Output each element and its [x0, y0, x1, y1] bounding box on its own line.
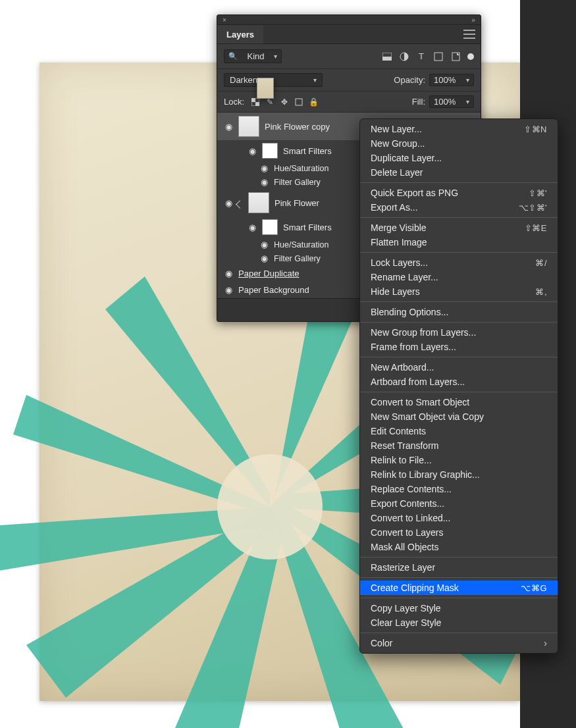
layer-name[interactable]: Pink Flower copy [265, 122, 330, 132]
filter-pixel-icon[interactable] [382, 51, 392, 62]
menu-item[interactable]: Blending Options... [360, 305, 558, 319]
menu-shortcut: ⌘, [535, 287, 547, 297]
layer-name[interactable]: Pink Flower [275, 198, 319, 208]
chevron-down-icon: ▾ [313, 76, 317, 84]
fill-field[interactable]: 100% ▾ [429, 95, 474, 108]
lock-all-icon[interactable]: 🔒 [309, 97, 318, 107]
tab-layers[interactable]: Layers [217, 25, 263, 43]
menu-item[interactable]: New Group from Layers... [360, 325, 558, 340]
layer-thumbnail[interactable] [238, 116, 259, 137]
menu-item[interactable]: Edit Contents [360, 424, 558, 438]
menu-shortcut: ⌥⇧⌘' [519, 203, 547, 213]
panel-menu-icon[interactable] [463, 30, 475, 39]
menu-item[interactable]: Flatten Image [360, 235, 558, 249]
menu-item[interactable]: Export Contents... [360, 496, 558, 511]
search-icon: 🔍 [228, 52, 238, 61]
visibility-eye-icon[interactable]: ◉ [248, 146, 257, 156]
lock-artboard-icon[interactable] [294, 97, 303, 107]
menu-item-label: New Group... [371, 138, 425, 149]
menu-item[interactable]: Hide Layers⌘, [360, 284, 558, 299]
filter-mask-thumbnail[interactable] [262, 219, 278, 235]
visibility-eye-icon[interactable]: ◉ [259, 177, 269, 187]
filter-type-icon[interactable]: T [416, 51, 427, 62]
visibility-eye-icon[interactable]: ◉ [259, 253, 269, 263]
menu-item[interactable]: Color› [360, 636, 558, 650]
menu-item[interactable]: Relink to Library Graphic... [360, 467, 558, 482]
menu-item-label: Duplicate Layer... [371, 153, 442, 163]
menu-item[interactable]: Frame from Layers... [360, 340, 558, 354]
menu-item[interactable]: New Smart Object via Copy [360, 409, 558, 424]
menu-item-label: New Layer... [371, 124, 422, 134]
layer-thumbnail[interactable] [257, 78, 274, 99]
menu-item[interactable]: Lock Layers...⌘/ [360, 255, 558, 270]
submenu-arrow-icon: › [544, 638, 547, 648]
menu-item[interactable]: Relink to File... [360, 453, 558, 467]
menu-item[interactable]: Duplicate Layer... [360, 151, 558, 165]
menu-item[interactable]: Mask All Objects [360, 540, 558, 554]
menu-item-label: Replace Contents... [371, 484, 452, 494]
filter-mask-thumbnail[interactable] [262, 143, 278, 159]
svg-rect-7 [251, 98, 255, 102]
menu-item-label: Reset Transform [371, 440, 438, 451]
menu-item[interactable]: Copy Layer Style [360, 601, 558, 615]
menu-item[interactable]: Artboard from Layers... [360, 375, 558, 389]
chevron-down-icon: ▾ [466, 98, 469, 105]
menu-item-label: Hide Layers [371, 286, 420, 297]
svg-rect-9 [296, 99, 302, 105]
layer-thumbnail[interactable] [248, 192, 269, 213]
menu-shortcut: ⇧⌘E [525, 223, 547, 233]
visibility-eye-icon[interactable]: ◉ [248, 222, 257, 232]
filter-toggle-icon[interactable] [467, 53, 474, 60]
menu-item-label: Relink to File... [371, 455, 432, 465]
visibility-eye-icon[interactable]: ◉ [259, 240, 269, 249]
menu-item[interactable]: Quick Export as PNG⇧⌘' [360, 186, 558, 200]
menu-item[interactable]: Convert to Smart Object [360, 395, 558, 409]
opacity-label: Opacity: [394, 75, 425, 85]
menu-item-label: Edit Contents [371, 426, 426, 436]
menu-item-label: Lock Layers... [371, 257, 428, 268]
opacity-field[interactable]: 100% ▾ [429, 74, 474, 86]
menu-item[interactable]: New Layer...⇧⌘N [360, 122, 558, 136]
filter-smartobject-icon[interactable] [450, 51, 461, 62]
lock-position-icon[interactable]: ✥ [280, 97, 289, 107]
menu-item[interactable]: Rename Layer... [360, 270, 558, 284]
menu-item-label: Artboard from Layers... [371, 377, 465, 387]
menu-separator [360, 577, 558, 578]
menu-item[interactable]: Create Clipping Mask⌥⌘G [360, 581, 558, 595]
filter-shape-icon[interactable] [433, 51, 444, 62]
menu-item[interactable]: Clear Layer Style [360, 615, 558, 630]
menu-item[interactable]: Convert to Layers [360, 525, 558, 540]
visibility-eye-icon[interactable]: ◉ [224, 198, 233, 208]
menu-item-label: Color [371, 638, 392, 648]
menu-item[interactable]: New Artboard... [360, 360, 558, 375]
menu-item[interactable]: New Group... [360, 136, 558, 151]
menu-separator [360, 357, 558, 357]
collapse-panel-icon[interactable]: » [470, 16, 477, 23]
menu-item-label: Mask All Objects [371, 542, 438, 552]
menu-item[interactable]: Export As...⌥⇧⌘' [360, 200, 558, 215]
menu-item[interactable]: Replace Contents... [360, 482, 558, 496]
panel-titlebar[interactable]: × » [217, 15, 481, 25]
chevron-down-icon: ▾ [274, 53, 277, 60]
layer-name[interactable]: Paper Background [238, 285, 309, 295]
menu-item[interactable]: Convert to Linked... [360, 511, 558, 525]
menu-item[interactable]: Reset Transform [360, 438, 558, 453]
menu-item[interactable]: Merge Visible⇧⌘E [360, 221, 558, 235]
visibility-eye-icon[interactable]: ◉ [224, 122, 233, 132]
layer-name[interactable]: Paper Duplicate [238, 269, 300, 278]
close-panel-icon[interactable]: × [221, 16, 228, 23]
filter-kind-label: Kind [247, 51, 264, 61]
menu-item-label: Create Clipping Mask [371, 583, 459, 593]
smart-filters-label: Smart Filters [283, 222, 332, 232]
filter-kind-select[interactable]: 🔍 Kind ▾ [224, 49, 282, 63]
filter-adjustment-icon[interactable] [399, 51, 409, 62]
filter-name: Filter Gallery [274, 254, 321, 263]
menu-separator [360, 322, 558, 323]
menu-item[interactable]: Delete Layer [360, 165, 558, 180]
fill-value: 100% [434, 97, 456, 107]
menu-item[interactable]: Rasterize Layer [360, 560, 558, 575]
visibility-eye-icon[interactable]: ◉ [259, 163, 269, 173]
lock-label: Lock: [224, 97, 244, 107]
visibility-eye-icon[interactable]: ◉ [224, 285, 233, 295]
visibility-eye-icon[interactable]: ◉ [224, 269, 233, 278]
